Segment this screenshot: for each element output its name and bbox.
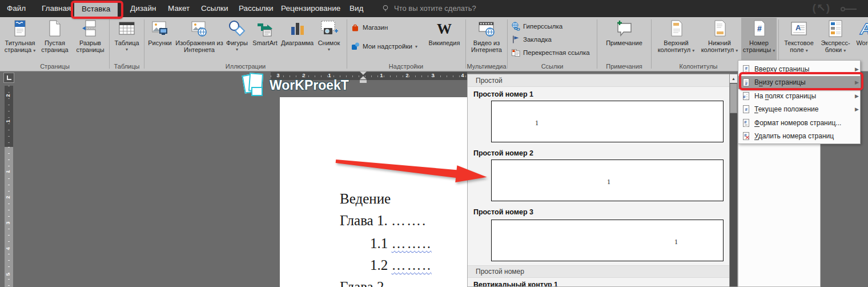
- pictures-icon: [151, 19, 169, 38]
- tab-home[interactable]: Главная: [42, 0, 71, 17]
- pictures-button[interactable]: Рисунки: [146, 18, 174, 61]
- blank-page-button[interactable]: Пустая страница: [38, 18, 72, 61]
- group-links: Гиперссылка Закладка Перекрестная ссылка…: [508, 17, 597, 71]
- watermark-corner-logo: (↖): [812, 1, 830, 14]
- comment-icon: [615, 19, 633, 38]
- shapes-icon: [228, 19, 246, 38]
- gallery-item-simple-2[interactable]: 1: [491, 160, 724, 201]
- scroll-up-button[interactable]: ▲: [730, 74, 737, 83]
- page-number-gallery: Простой Простой номер 1 1 Простой номер …: [467, 74, 729, 287]
- scrollbar-thumb[interactable]: [730, 83, 737, 113]
- page-number-preview: 1: [607, 178, 610, 186]
- tab-references[interactable]: Ссылки: [201, 0, 228, 17]
- ruler-number: 3: [5, 221, 11, 224]
- smartart-icon: [256, 19, 274, 38]
- page-number-preview: 1: [535, 119, 539, 127]
- doc-line: 1.1 ……..: [370, 236, 432, 252]
- dropdown-arrow-icon: ▾: [736, 48, 738, 53]
- text-box-button[interactable]: A Текстовое поле ▾: [781, 18, 817, 61]
- page-number-button[interactable]: # Номер страницы ▾: [741, 18, 777, 61]
- dropdown-arrow-icon: ▾: [225, 46, 249, 53]
- quick-parts-button[interactable]: Экспресс-блоки ▾: [818, 18, 853, 61]
- dropdown-arrow-icon: ▾: [415, 44, 417, 49]
- gallery-section-simple-number: Простой номер: [468, 265, 729, 278]
- my-addins-button[interactable]: Мои надстройки ▾: [351, 40, 417, 53]
- annotation-box-bottom-of-page: [739, 72, 863, 90]
- footer-button[interactable]: Нижний колонтитул ▾: [699, 18, 740, 61]
- dropdown-arrow-icon: ▾: [843, 48, 846, 53]
- format-page-numbers-icon: #: [742, 118, 754, 127]
- tell-me-box[interactable]: Что вы хотите сделать?: [394, 0, 476, 17]
- wikipedia-button[interactable]: W Википедия: [424, 18, 465, 61]
- remove-page-numbers-icon: #✕: [742, 131, 754, 141]
- quick-parts-icon: [826, 19, 845, 38]
- gallery-item-simple-1[interactable]: 1: [491, 101, 724, 142]
- wordart-icon: A: [857, 19, 868, 38]
- ruler-number: 3: [431, 73, 434, 78]
- tab-view[interactable]: Вид: [349, 0, 363, 17]
- wikipedia-icon: W: [435, 19, 453, 38]
- tab-design[interactable]: Дизайн: [130, 0, 156, 17]
- table-icon: [118, 19, 136, 38]
- comment-button[interactable]: Примечание: [600, 18, 648, 61]
- group-label-media: Мультимедиа: [467, 63, 506, 70]
- key-icon: [841, 7, 858, 10]
- cross-reference-button[interactable]: Перекрестная ссылка: [511, 46, 590, 59]
- ruler-number: 1: [380, 73, 383, 78]
- store-icon: [351, 23, 360, 32]
- text-box-icon: A: [790, 19, 808, 38]
- hyperlink-button[interactable]: Гиперссылка: [511, 20, 562, 33]
- gallery-item-simple-3[interactable]: 1: [491, 220, 724, 261]
- bookmark-button[interactable]: Закладка: [511, 33, 552, 46]
- group-addins: Магазин Мои надстройки ▾ W Википедия Над…: [347, 17, 465, 71]
- my-addins-icon: [351, 42, 360, 51]
- screenshot-icon: [320, 19, 338, 38]
- smartart-button[interactable]: SmartArt: [250, 18, 280, 61]
- wordart-button[interactable]: A Word ▾: [854, 18, 868, 61]
- page-number-margin-icon: #: [742, 91, 754, 101]
- group-illustrations: Рисунки Изображения из Интернета Фигуры …: [144, 17, 347, 71]
- online-video-icon: [477, 19, 496, 38]
- group-label-header-footer: Колонтитулы: [680, 63, 718, 70]
- tab-stop-selector[interactable]: [3, 73, 14, 83]
- menu-item-current-position[interactable]: # Текущее положение ▶: [738, 103, 860, 117]
- dropdown-arrow-icon: ▾: [314, 46, 344, 53]
- footer-icon: [710, 19, 729, 38]
- tab-file[interactable]: Файл: [7, 0, 26, 17]
- tab-review[interactable]: Рецензирование: [281, 0, 340, 17]
- online-pictures-button[interactable]: Изображения из Интернета: [175, 18, 224, 61]
- page-break-button[interactable]: Разрыв страницы: [73, 18, 107, 61]
- blank-page-icon: [46, 19, 64, 38]
- menu-item-page-margins[interactable]: # На полях страницы ▶: [738, 89, 860, 103]
- group-tables: Таблица ▾ Таблицы: [110, 17, 144, 71]
- hyperlink-icon: [511, 22, 520, 31]
- cover-page-button[interactable]: Титульная страница ▾: [2, 18, 38, 61]
- tab-mailings[interactable]: Рассылки: [239, 0, 274, 17]
- gallery-scrollbar[interactable]: ▲: [729, 74, 738, 287]
- shapes-button[interactable]: Фигуры ▾: [225, 18, 249, 61]
- online-video-button[interactable]: Видео из Интернета: [468, 18, 505, 61]
- tab-layout[interactable]: Макет: [168, 0, 190, 17]
- menu-item-format-page-numbers[interactable]: # Формат номеров страниц...: [738, 116, 860, 130]
- header-button[interactable]: Верхний колонтитул ▾: [654, 18, 698, 61]
- screenshot-button[interactable]: Снимок ▾: [314, 18, 344, 61]
- dropdown-arrow-icon: ▾: [112, 46, 142, 53]
- submenu-arrow-icon: ▶: [851, 106, 859, 112]
- doc-line: Глава 1. …….: [340, 213, 427, 229]
- group-pages: Титульная страница ▾ Пустая страница Раз…: [0, 17, 109, 71]
- watermark-text: WorKProekT: [270, 78, 349, 93]
- menu-item-remove-page-numbers[interactable]: #✕ Удалить номера страниц: [738, 130, 860, 144]
- vertical-ruler[interactable]: 2 1 1 2 3 4 5: [5, 86, 13, 287]
- header-icon: [667, 19, 685, 38]
- lightbulb-icon: [381, 5, 389, 13]
- indent-marker[interactable]: [360, 71, 367, 84]
- group-label-illustrations: Иллюстрации: [226, 63, 266, 70]
- dropdown-arrow-icon: ▾: [806, 48, 808, 53]
- table-button[interactable]: Таблица ▾: [112, 18, 142, 61]
- store-button[interactable]: Магазин: [351, 21, 388, 34]
- gallery-section-simple: Простой: [468, 74, 729, 87]
- gallery-item-label: Простой номер 1: [473, 90, 533, 98]
- online-pictures-icon: [190, 19, 208, 38]
- chart-button[interactable]: Диаграмма: [281, 18, 313, 61]
- ruler-number: 2: [5, 94, 11, 97]
